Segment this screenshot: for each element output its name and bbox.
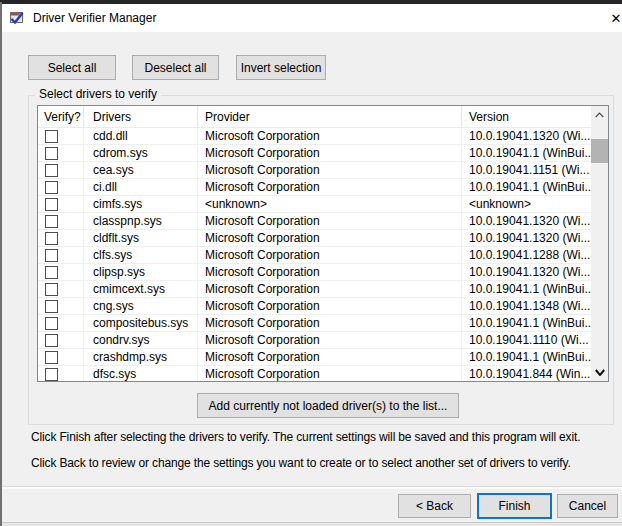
driver-name: crashdmp.sys bbox=[84, 349, 198, 366]
table-row[interactable]: clipsp.sysMicrosoft Corporation10.0.1904… bbox=[38, 264, 608, 281]
verify-checkbox[interactable] bbox=[45, 215, 58, 228]
verify-cell bbox=[38, 315, 84, 332]
table-row[interactable]: classpnp.sysMicrosoft Corporation10.0.19… bbox=[38, 213, 608, 230]
verify-checkbox[interactable] bbox=[45, 130, 58, 143]
table-row[interactable]: compositebus.sysMicrosoft Corporation10.… bbox=[38, 315, 608, 332]
verify-cell bbox=[38, 196, 84, 213]
table-row[interactable]: ci.dllMicrosoft Corporation10.0.19041.1 … bbox=[38, 179, 608, 196]
verify-checkbox[interactable] bbox=[45, 266, 58, 279]
table-row[interactable]: cdrom.sysMicrosoft Corporation10.0.19041… bbox=[38, 145, 608, 162]
finish-instruction-text: Click Finish after selecting the drivers… bbox=[31, 430, 580, 444]
driver-provider: Microsoft Corporation bbox=[198, 179, 462, 196]
groupbox-label: Select drivers to verify bbox=[35, 87, 161, 101]
table-row[interactable]: cmimcext.sysMicrosoft Corporation10.0.19… bbox=[38, 281, 608, 298]
table-row[interactable]: dfsc.sysMicrosoft Corporation10.0.19041.… bbox=[38, 366, 608, 382]
driver-provider: Microsoft Corporation bbox=[198, 162, 462, 179]
scrollbar-thumb[interactable] bbox=[591, 139, 608, 163]
driver-name: clipsp.sys bbox=[84, 264, 198, 281]
driver-version: 10.0.19041.1 (WinBui... bbox=[462, 145, 608, 162]
verify-cell bbox=[38, 230, 84, 247]
driver-version: 10.0.19041.1288 (Wi... bbox=[462, 247, 608, 264]
table-row[interactable]: cng.sysMicrosoft Corporation10.0.19041.1… bbox=[38, 298, 608, 315]
driver-name: cdrom.sys bbox=[84, 145, 198, 162]
table-row[interactable]: clfs.sysMicrosoft Corporation10.0.19041.… bbox=[38, 247, 608, 264]
finish-button[interactable]: Finish bbox=[477, 493, 552, 519]
invert-selection-button[interactable]: Invert selection bbox=[236, 55, 326, 80]
driver-provider: Microsoft Corporation bbox=[198, 145, 462, 162]
driver-version: 10.0.19041.1348 (Wi... bbox=[462, 298, 608, 315]
driver-provider: Microsoft Corporation bbox=[198, 247, 462, 264]
add-unloaded-drivers-button[interactable]: Add currently not loaded driver(s) to th… bbox=[197, 393, 459, 418]
verify-checkbox[interactable] bbox=[45, 232, 58, 245]
driver-provider: Microsoft Corporation bbox=[198, 349, 462, 366]
window-left-edge bbox=[0, 2, 2, 526]
driver-provider: Microsoft Corporation bbox=[198, 230, 462, 247]
verify-checkbox[interactable] bbox=[45, 283, 58, 296]
column-header-version[interactable]: Version bbox=[462, 106, 608, 128]
driver-name: cldflt.sys bbox=[84, 230, 198, 247]
verify-checkbox[interactable] bbox=[45, 164, 58, 177]
verify-checkbox[interactable] bbox=[45, 317, 58, 330]
driver-name: clfs.sys bbox=[84, 247, 198, 264]
verify-checkbox[interactable] bbox=[45, 368, 58, 381]
verify-checkbox[interactable] bbox=[45, 147, 58, 160]
table-row[interactable]: crashdmp.sysMicrosoft Corporation10.0.19… bbox=[38, 349, 608, 366]
verify-checkbox[interactable] bbox=[45, 300, 58, 313]
verify-checkbox[interactable] bbox=[45, 198, 58, 211]
verify-cell bbox=[38, 145, 84, 162]
vertical-scrollbar[interactable] bbox=[591, 106, 608, 381]
scroll-up-button[interactable] bbox=[591, 106, 608, 123]
scroll-down-button[interactable] bbox=[591, 364, 608, 381]
driver-version: <unknown> bbox=[462, 196, 608, 213]
table-row[interactable]: cdd.dllMicrosoft Corporation10.0.19041.1… bbox=[38, 128, 608, 145]
driver-name: cng.sys bbox=[84, 298, 198, 315]
driver-name: dfsc.sys bbox=[84, 366, 198, 382]
driver-version: 10.0.19041.1 (WinBui... bbox=[462, 349, 608, 366]
driver-name: cdd.dll bbox=[84, 128, 198, 145]
column-header-provider[interactable]: Provider bbox=[198, 106, 462, 128]
verify-cell bbox=[38, 128, 84, 145]
window-bottom-edge bbox=[0, 522, 622, 526]
verify-checkbox[interactable] bbox=[45, 181, 58, 194]
driver-version: 10.0.19041.1 (WinBui... bbox=[462, 281, 608, 298]
verify-checkbox[interactable] bbox=[45, 249, 58, 262]
driver-version: 10.0.19041.1151 (Wi... bbox=[462, 162, 608, 179]
window-title: Driver Verifier Manager bbox=[33, 11, 156, 25]
verify-checkbox[interactable] bbox=[45, 334, 58, 347]
back-instruction-text: Click Back to review or change the setti… bbox=[31, 456, 571, 470]
close-icon[interactable]: ✕ bbox=[603, 4, 622, 32]
chevron-up-icon bbox=[595, 112, 604, 118]
table-row[interactable]: cldflt.sysMicrosoft Corporation10.0.1904… bbox=[38, 230, 608, 247]
driver-version: 10.0.19041.1110 (Wi... bbox=[462, 332, 608, 349]
cancel-button[interactable]: Cancel bbox=[557, 494, 618, 518]
verify-cell bbox=[38, 366, 84, 382]
driver-table-header: Verify? Drivers Provider Version bbox=[38, 106, 608, 128]
verify-cell bbox=[38, 281, 84, 298]
column-header-drivers[interactable]: Drivers bbox=[84, 106, 198, 128]
verify-cell bbox=[38, 298, 84, 315]
driver-table-body: cdd.dllMicrosoft Corporation10.0.19041.1… bbox=[38, 128, 608, 382]
driver-version: 10.0.19041.1320 (Wi... bbox=[462, 264, 608, 281]
table-row[interactable]: condrv.sysMicrosoft Corporation10.0.1904… bbox=[38, 332, 608, 349]
driver-verifier-manager-window: Driver Verifier Manager ✕ Select all Des… bbox=[0, 0, 622, 526]
column-header-verify[interactable]: Verify? bbox=[38, 106, 84, 128]
verify-checkbox[interactable] bbox=[45, 351, 58, 364]
verify-cell bbox=[38, 213, 84, 230]
table-row[interactable]: cea.sysMicrosoft Corporation10.0.19041.1… bbox=[38, 162, 608, 179]
verify-cell bbox=[38, 162, 84, 179]
table-row[interactable]: cimfs.sys<unknown><unknown> bbox=[38, 196, 608, 213]
verify-cell bbox=[38, 179, 84, 196]
deselect-all-button[interactable]: Deselect all bbox=[132, 55, 219, 80]
back-button[interactable]: < Back bbox=[398, 494, 471, 518]
driver-name: cmimcext.sys bbox=[84, 281, 198, 298]
driver-list[interactable]: Verify? Drivers Provider Version cdd.dll… bbox=[37, 105, 609, 382]
driver-version: 10.0.19041.1320 (Wi... bbox=[462, 213, 608, 230]
verify-cell bbox=[38, 247, 84, 264]
driver-name: condrv.sys bbox=[84, 332, 198, 349]
select-all-button[interactable]: Select all bbox=[28, 55, 116, 80]
driver-provider: Microsoft Corporation bbox=[198, 315, 462, 332]
driver-version: 10.0.19041.1320 (Wi... bbox=[462, 128, 608, 145]
driver-provider: <unknown> bbox=[198, 196, 462, 213]
verify-cell bbox=[38, 349, 84, 366]
driver-name: ci.dll bbox=[84, 179, 198, 196]
